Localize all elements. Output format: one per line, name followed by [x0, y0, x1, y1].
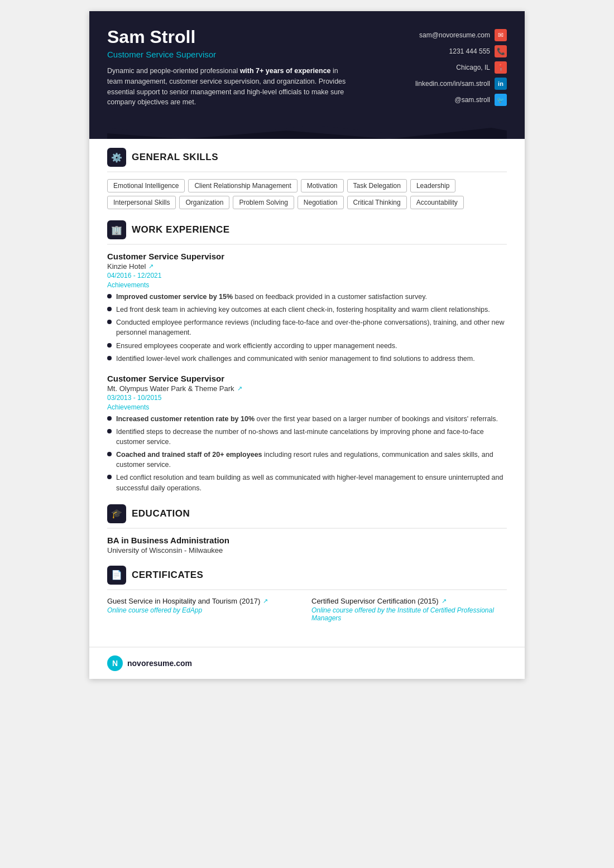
phone-text: 1231 444 555: [449, 47, 490, 55]
location-text: Chicago, IL: [456, 64, 490, 71]
twitter-text: @sam.stroll: [454, 96, 490, 104]
skills-header: ⚙️ GENERAL SKILLS: [107, 148, 507, 172]
job-1-bullet-4: Ensured employees cooperate and work eff…: [107, 341, 507, 351]
education-section: 🎓 EDUCATION BA in Business Administratio…: [107, 504, 507, 554]
skills-row-1: Emotional Intelligence Client Relationsh…: [107, 179, 507, 192]
skill-leadership: Leadership: [410, 179, 455, 192]
job-1-ext-link[interactable]: ↗: [148, 263, 154, 270]
certificates-title: CERTIFICATES: [132, 570, 203, 581]
location-icon: 📍: [495, 61, 507, 74]
cert-2-ext-link[interactable]: ↗: [442, 597, 447, 605]
job-2-achievements-label: Achievements: [107, 403, 507, 411]
candidate-name: Sam Stroll: [107, 27, 347, 47]
email-icon: ✉: [495, 29, 507, 41]
skill-negotiation: Negotiation: [298, 196, 344, 209]
education-title: EDUCATION: [132, 508, 190, 519]
school-name: University of Wisconsin - Milwaukee: [107, 546, 507, 554]
email-text: sam@novoresume.com: [419, 31, 490, 39]
bullet-dot: [107, 343, 112, 348]
footer-logo: N: [107, 655, 123, 671]
job-1-title: Customer Service Supervisor: [107, 252, 507, 261]
cert-1-provider: Online course offered by EdApp: [107, 606, 303, 614]
bullet-dot: [107, 416, 112, 421]
header-wave: [107, 117, 507, 139]
job-1-bullet-3: Conducted employee performance reviews (…: [107, 317, 507, 337]
contact-info: sam@novoresume.com ✉ 1231 444 555 📞 Chic…: [415, 27, 507, 106]
job-1-bullet-5: Identified lower-level work challenges a…: [107, 354, 507, 364]
footer-brand: novoresume.com: [127, 659, 192, 668]
cert-1-ext-link[interactable]: ↗: [263, 597, 268, 605]
skill-task-delegation: Task Delegation: [347, 179, 407, 192]
certificates-header: 📄 CERTIFICATES: [107, 566, 507, 590]
job-2-title: Customer Service Supervisor: [107, 374, 507, 383]
skill-interpersonal: Interpersonal Skills: [107, 196, 176, 209]
work-experience-title: WORK EXPERIENCE: [132, 224, 230, 235]
cert-2: Certified Supervisor Certification (2015…: [311, 597, 507, 622]
education-header: 🎓 EDUCATION: [107, 504, 507, 529]
job-1-bullet-2: Led front desk team in achieving key out…: [107, 305, 507, 315]
email-contact: sam@novoresume.com ✉: [419, 29, 507, 41]
bullet-dot: [107, 452, 112, 456]
work-experience-section: 🏢 WORK EXPERIENCE Customer Service Super…: [107, 220, 507, 493]
phone-contact: 1231 444 555 📞: [449, 45, 507, 57]
skill-accountability: Accountability: [410, 196, 464, 209]
job-1-company: Kinzie Hotel ↗: [107, 262, 507, 271]
job-2: Customer Service Supervisor Mt. Olympus …: [107, 374, 507, 493]
job-1-bullet-1: Improved customer service by 15% based o…: [107, 292, 507, 302]
skill-organization: Organization: [179, 196, 229, 209]
location-contact: Chicago, IL 📍: [456, 61, 507, 74]
job-2-dates: 03/2013 - 10/2015: [107, 394, 507, 402]
bullet-dot: [107, 294, 112, 298]
footer: N novoresume.com: [89, 647, 525, 679]
twitter-contact[interactable]: @sam.stroll 🐦: [454, 94, 507, 106]
job-2-ext-link[interactable]: ↗: [237, 385, 242, 392]
twitter-icon: 🐦: [495, 94, 507, 106]
skill-critical-thinking: Critical Thinking: [347, 196, 407, 209]
cert-1: Guest Service in Hospitality and Tourism…: [107, 597, 303, 622]
bullet-dot: [107, 320, 112, 324]
job-1-achievements-label: Achievements: [107, 281, 507, 289]
job-2-bullet-2: Identified steps to decrease the number …: [107, 427, 507, 447]
certs-grid: Guest Service in Hospitality and Tourism…: [107, 597, 507, 622]
linkedin-icon: in: [495, 78, 507, 90]
bullet-dot: [107, 475, 112, 479]
skills-section: ⚙️ GENERAL SKILLS Emotional Intelligence…: [107, 148, 507, 209]
candidate-title: Customer Service Supervisor: [107, 50, 347, 59]
job-1: Customer Service Supervisor Kinzie Hotel…: [107, 252, 507, 364]
bullet-dot: [107, 307, 112, 311]
work-icon: 🏢: [107, 220, 126, 239]
job-2-bullet-1: Increased customer retention rate by 10%…: [107, 414, 507, 424]
skill-emotional-intelligence: Emotional Intelligence: [107, 179, 185, 192]
linkedin-contact[interactable]: linkedin.com/in/sam.stroll in: [415, 78, 507, 90]
certificates-icon: 📄: [107, 566, 126, 585]
job-2-bullet-3: Coached and trained staff of 20+ employe…: [107, 450, 507, 470]
cert-2-provider: Online course offered by the Institute o…: [311, 606, 507, 622]
work-experience-header: 🏢 WORK EXPERIENCE: [107, 220, 507, 245]
cert-2-name: Certified Supervisor Certification (2015…: [311, 597, 507, 605]
header-left: Sam Stroll Customer Service Supervisor D…: [107, 27, 347, 108]
degree-title: BA in Business Administration: [107, 536, 507, 545]
skills-icon: ⚙️: [107, 148, 126, 167]
education-icon: 🎓: [107, 504, 126, 523]
resume-container: Sam Stroll Customer Service Supervisor D…: [89, 11, 525, 679]
bullet-dot: [107, 356, 112, 360]
job-2-company: Mt. Olympus Water Park & Theme Park ↗: [107, 384, 507, 393]
job-2-company-name: Mt. Olympus Water Park & Theme Park: [107, 384, 234, 393]
skills-title: GENERAL SKILLS: [132, 152, 218, 163]
certificates-section: 📄 CERTIFICATES Guest Service in Hospital…: [107, 566, 507, 622]
skill-problem-solving: Problem Solving: [233, 196, 294, 209]
job-1-dates: 04/2016 - 12/2021: [107, 272, 507, 279]
job-2-bullet-4: Led conflict resolution and team buildin…: [107, 472, 507, 493]
job-2-bullets: Increased customer retention rate by 10%…: [107, 414, 507, 493]
header-section: Sam Stroll Customer Service Supervisor D…: [89, 11, 525, 139]
job-1-bullets: Improved customer service by 15% based o…: [107, 292, 507, 364]
skills-row-2: Interpersonal Skills Organization Proble…: [107, 196, 507, 209]
linkedin-text: linkedin.com/in/sam.stroll: [415, 80, 490, 88]
skill-motivation: Motivation: [301, 179, 344, 192]
job-1-company-name: Kinzie Hotel: [107, 262, 146, 271]
candidate-summary: Dynamic and people-oriented professional…: [107, 66, 347, 108]
skill-client-relationship: Client Relationship Management: [188, 179, 297, 192]
resume-body: ⚙️ GENERAL SKILLS Emotional Intelligence…: [89, 139, 525, 647]
bullet-dot: [107, 429, 112, 433]
cert-1-name: Guest Service in Hospitality and Tourism…: [107, 597, 303, 605]
